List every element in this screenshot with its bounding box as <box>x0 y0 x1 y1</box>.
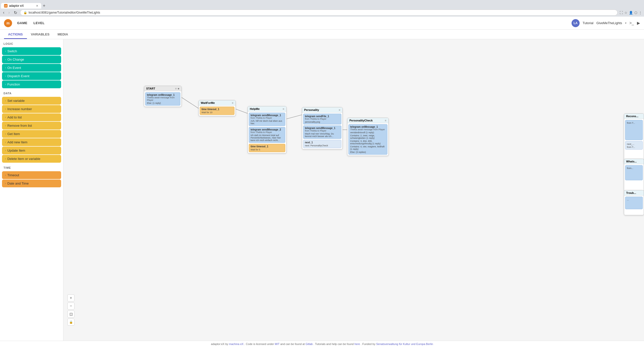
forward-button[interactable]: › <box>7 10 11 15</box>
node-waitforme-title: WaitForMe <box>201 101 215 104</box>
sidebar-item-function[interactable]: › Function <box>2 80 61 88</box>
active-tab[interactable]: eX adaptor eX ✕ <box>1 3 41 9</box>
node-partial-header: Recons... <box>624 114 644 119</box>
block-title: telegram sendMessage_2 <box>251 128 284 131</box>
section-logic-header: LOGIC <box>0 39 63 47</box>
menu-icon[interactable]: ≡ <box>283 107 284 110</box>
block-text: from... <box>627 167 641 169</box>
node-partial-block[interactable]: from T... <box>625 120 643 140</box>
node-troub-header: Troub... <box>624 190 644 196</box>
block-text: Mach mal nen Vorschlag. Du kennst mich b… <box>305 133 340 138</box>
footer-text4: . Tutorials and help can be found <box>313 342 354 345</box>
zoom-fit-button[interactable]: ⊡ <box>67 311 74 318</box>
footer: adaptor:eX by machina eX . Code is licen… <box>0 341 644 347</box>
refresh-button[interactable]: ↻ <box>13 10 18 16</box>
node-header-icons: ≡ <box>283 107 284 110</box>
footer-link4[interactable]: here <box>354 342 360 345</box>
tab-close-button[interactable]: ✕ <box>36 4 38 8</box>
main-layout: LOGIC › Switch › On Change › On Event › … <box>0 39 644 341</box>
node-helpme[interactable]: HelpMe ≡ telegram sendMessage_1 from The… <box>248 106 287 153</box>
sidebar-item-deleteitem[interactable]: › Delete Item or variable <box>2 155 61 163</box>
node-block-next[interactable]: next_1 next: PersonalityCheck <box>303 140 341 148</box>
node-whats-block[interactable]: from... <box>625 165 643 180</box>
panel-tabs: ACTIONS VARIABLES MEDIA <box>0 30 644 39</box>
node-start[interactable]: START ≡ ■ telegram onMessage_1 Thekla aw… <box>144 86 182 107</box>
bookmark-icon[interactable]: ☆ <box>624 11 627 15</box>
sidebar-item-dispatch[interactable]: › Dispatch Event <box>2 72 61 80</box>
footer-link5[interactable]: Senatsverwaltung für Kultur und Europa B… <box>376 342 433 345</box>
game-dropdown-arrow[interactable]: ▾ <box>625 22 626 24</box>
sidebar-item-updateitem[interactable]: › Update Item <box>2 147 61 154</box>
node-block-telegram1[interactable]: telegram onMessage_1 Thekla await messag… <box>145 92 180 106</box>
node-block-timeout2[interactable]: time timeout_1 Wait for 5 <box>249 144 285 152</box>
node-block-sendmsg[interactable]: telegram sendMessage_1 from Thekla to Pl… <box>303 125 341 139</box>
menu-icon[interactable]: ≡ <box>232 101 233 104</box>
node-troub-block[interactable]: ... <box>625 197 643 209</box>
play-icon[interactable]: ▶ <box>637 21 640 25</box>
node-start-header: START ≡ ■ <box>144 86 181 91</box>
node-block-timeout[interactable]: time timeout_1 Wait for 10 <box>200 107 234 115</box>
sidebar-item-timeout[interactable]: › Timeout <box>2 171 61 179</box>
tab-variables[interactable]: VARIABLES <box>27 30 54 39</box>
tab-media[interactable]: MEDIA <box>54 30 72 39</box>
node-block-send2[interactable]: telegram sendMessage_2 from Thekla to Pl… <box>249 127 285 143</box>
sidebar-item-getitem[interactable]: › Get Item <box>2 130 61 138</box>
project-label: Tutorial <box>583 21 593 25</box>
menu-icon[interactable]: ≡ <box>339 108 340 111</box>
terminal-icon[interactable]: >_ <box>629 21 634 25</box>
zoom-out-button[interactable]: − <box>67 302 74 310</box>
close-icon[interactable]: ■ <box>178 87 179 90</box>
sidebar-item-removefromlist[interactable]: › Remove from list <box>2 122 61 129</box>
back-button[interactable]: ‹ <box>2 10 5 15</box>
extensions-icon[interactable]: ⬡ <box>634 11 637 15</box>
sidebar-item-datetime[interactable]: › Date and Time <box>2 180 61 187</box>
new-tab-button[interactable]: + <box>41 3 47 9</box>
block-subtitle: from Thekla to Player <box>305 118 340 120</box>
node-personalitycheck[interactable]: PersonalityCheck ≡ telegram onMessage_1 … <box>347 118 389 156</box>
footer-link2[interactable]: MIT <box>275 342 279 345</box>
node-helpme-title: HelpMe <box>250 107 260 110</box>
zoom-in-button[interactable]: + <box>67 294 74 301</box>
node-troub-partial[interactable]: Troub... ... <box>624 190 644 215</box>
chevron-icon: › <box>5 133 6 135</box>
sidebar-item-label: On Change <box>7 58 24 61</box>
tab-actions[interactable]: ACTIONS <box>4 30 27 39</box>
menu-icon[interactable]: ≡ <box>385 119 386 122</box>
footer-link1[interactable]: machina eX <box>229 342 244 345</box>
node-partial-block2[interactable]: next_... from T... <box>625 141 643 150</box>
node-personality[interactable]: Personality ≡ telegram sendFile_1 from T… <box>302 107 343 149</box>
sidebar-item-onchange[interactable]: › On Change <box>2 56 61 63</box>
zoom-lock-button[interactable]: 🔒 <box>67 319 74 326</box>
node-block-onmessage[interactable]: telegram onMessage_1 Thekla await messag… <box>348 124 387 155</box>
block-title: time timeout_1 <box>202 108 233 111</box>
menu-icon[interactable]: ≡ <box>175 87 177 90</box>
sidebar-item-setvariable[interactable]: › Set variable <box>2 97 61 105</box>
node-block-send1[interactable]: telegram sendMessage_1 from Thekla to Pl… <box>249 113 285 126</box>
footer-link3[interactable]: Gitlab <box>305 342 313 345</box>
block-text3: Contains: 3, drei, dritt, entscheidungsf… <box>350 140 386 145</box>
profile-icon[interactable]: 👤 <box>629 11 633 15</box>
node-personalitycheck-title: PersonalityCheck <box>349 119 373 122</box>
tab-favicon: eX <box>4 4 8 8</box>
url-text: localhost:8081/game/Tutorial/editor/Give… <box>29 11 100 14</box>
sidebar-item-addtolist[interactable]: › Add to list <box>2 113 61 121</box>
chevron-icon: › <box>5 83 6 86</box>
node-whats-partial[interactable]: Whats... from... <box>624 159 644 191</box>
node-block-sendfile[interactable]: telegram sendFile_1 from Thekla to Playe… <box>303 114 341 124</box>
node-waitforme[interactable]: WaitForMe ≡ time timeout_1 Wait for 10 <box>198 100 236 116</box>
sidebar-item-switch[interactable]: › Switch <box>2 47 61 55</box>
block-title: telegram sendMessage_1 <box>305 127 340 129</box>
sidebar-item-addnewitem[interactable]: › Add new Item <box>2 138 61 146</box>
browser-tabs: eX adaptor eX ✕ + <box>0 0 644 9</box>
sidebar-item-onevent[interactable]: › On Event <box>2 64 61 72</box>
nav-level[interactable]: LEVEL <box>33 21 45 25</box>
menu-icon[interactable]: ⋮ <box>639 11 642 15</box>
address-bar[interactable]: 🔒 localhost:8081/game/Tutorial/editor/Gi… <box>20 10 618 16</box>
node-reconsider-partial[interactable]: Recons... from T... next_... from T... <box>624 113 644 164</box>
screenshot-icon[interactable]: ⛶ <box>620 11 623 15</box>
canvas-area[interactable]: START ≡ ■ telegram onMessage_1 Thekla aw… <box>63 39 644 341</box>
sidebar-item-increasenumber[interactable]: › Increase number <box>2 105 61 113</box>
nav-game[interactable]: GAME <box>17 21 27 25</box>
chevron-icon: › <box>5 99 6 102</box>
footer-text2: . Code is licensed under <box>244 342 274 345</box>
